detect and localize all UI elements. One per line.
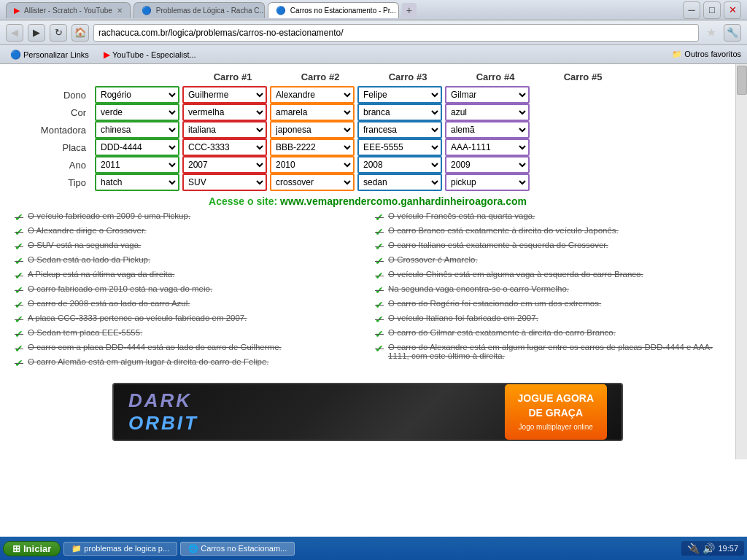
label-cor: Cor (15, 107, 95, 118)
label-tipo: Tipo (15, 177, 95, 188)
tab-youtube-label: Allister - Scratch - YouTube (24, 7, 112, 15)
bookmarks-bar: 🔵 Personalizar Links ▶ YouTube - Especia… (0, 45, 747, 64)
tipo-select-4[interactable]: sedanhatchSUVcrossoverpickup (357, 174, 442, 191)
clue-text-r6: Na segunda vaga encontra-se o carro Verm… (388, 284, 569, 293)
clue-text-r3: O carro Italiano está exatamente à esque… (388, 241, 608, 249)
tab-youtube-close[interactable]: ✕ (117, 7, 123, 15)
clue-text-r4: O Crossover é Amarelo. (388, 255, 478, 264)
other-favorites-label: Outros favoritos (684, 50, 741, 58)
clue-text-2: O Alexandre dirige o Crossover. (28, 226, 146, 235)
check-icon-4: ✔ (15, 255, 23, 267)
cor-select-3[interactable]: amarelaverdevermelhabrancaazul (270, 104, 355, 121)
minimize-button[interactable]: ─ (683, 1, 700, 19)
montadora-select-5[interactable]: alemãchinesaitalianajaponesafrancesa (445, 121, 530, 139)
ad-banner[interactable]: DARKORBIT JOGUE AGORA DE GRAÇA Jogo mult… (112, 383, 623, 441)
ad-cta-line1: JOGUE AGORA (518, 392, 595, 406)
placa-select-4[interactable]: EEE-5555DDD-4444CCC-3333BBB-2222AAA-1111 (357, 139, 442, 156)
cor-select-2[interactable]: vermelhaverdeamarelabrancaazul (182, 104, 267, 121)
clues-section: ✔ O veículo fabricado em 2009 é uma Pick… (15, 211, 721, 372)
bookmark-youtube[interactable]: ▶ YouTube - Especialist... (99, 48, 201, 61)
bookmark-star[interactable]: ★ (703, 26, 719, 39)
montadora-select-1[interactable]: chinesaitalianajaponesafrancesaalemã (95, 121, 179, 139)
cor-select-1[interactable]: verdevermelhaamarelabrancaazul (95, 104, 179, 121)
tab-carros-label: Carros no Estacionamento - Pr... (290, 7, 396, 15)
forward-button[interactable]: ▶ (28, 24, 45, 42)
placa-select-5[interactable]: AAA-1111DDD-4444CCC-3333BBB-2222EEE-5555 (445, 139, 530, 156)
dono-select-2[interactable]: GuilhermeRogérioAlexandreFelipeGilmar (182, 86, 267, 104)
clue-right-9: ✔ O carro do Gilmar está exatamente à di… (375, 328, 721, 340)
tipo-select-2[interactable]: SUVhatchcrossoversedanpickup (182, 174, 267, 191)
clue-left-4: ✔ O Sedan está ao lado da Pickup. (15, 255, 360, 267)
bookmark-youtube-icon: ▶ (104, 50, 110, 60)
clue-text-4: O Sedan está ao lado da Pickup. (28, 255, 150, 264)
check-icon-6: ✔ (15, 284, 23, 296)
clues-left: ✔ O veículo fabricado em 2009 é uma Pick… (15, 211, 360, 372)
row-dono: Dono RogérioGuilhermeAlexandreFelipeGilm… (15, 86, 721, 104)
placa-select-3[interactable]: BBB-2222DDD-4444CCC-3333EEE-5555AAA-1111 (270, 139, 355, 156)
row-placa: Placa DDD-4444CCC-3333BBB-2222EEE-5555AA… (15, 139, 721, 156)
tipo-select-1[interactable]: hatchSUVcrossoversedanpickup (95, 174, 179, 191)
label-dono: Dono (15, 90, 95, 101)
ad-cta[interactable]: JOGUE AGORA DE GRAÇA Jogo multiplayer on… (505, 384, 608, 439)
clue-text-11: O carro Alemão está em algum lugar à dir… (28, 357, 268, 366)
clue-right-7: ✔ O carro do Rogério foi estacionado em … (375, 299, 721, 311)
new-tab-button[interactable]: + (402, 3, 417, 18)
cor-select-5[interactable]: azulverdevermelhaamarelabranca (445, 104, 530, 121)
bookmark-personalizar-icon: 🔵 (10, 50, 21, 60)
label-montadora: Montadora (15, 125, 95, 136)
clue-left-11: ✔ O carro Alemão está em algum lugar à d… (15, 357, 360, 369)
car-header-1: Carro #1 (189, 71, 276, 82)
maximize-button[interactable]: □ (703, 1, 721, 19)
label-ano: Ano (15, 160, 95, 171)
ano-select-3[interactable]: 20102007200820092011 (270, 156, 355, 174)
home-button[interactable]: 🏠 (71, 24, 89, 42)
scrollbar[interactable] (735, 64, 747, 459)
montadora-select-2[interactable]: italianachinesajaponesafrancesaalemã (182, 121, 267, 139)
tab-carros[interactable]: 🔵 Carros no Estacionamento - Pr... ✕ (268, 2, 399, 18)
clue-right-3: ✔ O carro Italiano está exatamente à esq… (375, 241, 721, 252)
tipo-select-3[interactable]: crossoverhatchSUVsedanpickup (270, 174, 355, 191)
tab-logica-icon: 🔵 (142, 6, 152, 15)
cor-cells: verdevermelhaamarelabrancaazul vermelhav… (95, 104, 530, 121)
montadora-select-4[interactable]: francesachinesaitalianajaponesaalemã (357, 121, 442, 139)
clue-left-2: ✔ O Alexandre dirige o Crossover. (15, 226, 360, 238)
placa-select-1[interactable]: DDD-4444CCC-3333BBB-2222EEE-5555AAA-1111 (95, 139, 179, 156)
address-bar[interactable] (93, 24, 699, 42)
check-icon-10: ✔ (15, 343, 23, 354)
bookmark-youtube-label: YouTube - Especialist... (112, 50, 196, 59)
dono-cell-2: GuilhermeRogérioAlexandreFelipeGilmar (182, 86, 267, 104)
ano-select-5[interactable]: 20092007200820102011 (445, 156, 530, 174)
clue-left-10: ✔ O carro com a placa DDD-4444 está ao l… (15, 343, 360, 354)
label-placa: Placa (15, 142, 95, 153)
dono-select-5[interactable]: GilmarRogérioGuilhermeAlexandreFelipe (445, 86, 530, 104)
close-button[interactable]: ✕ (724, 1, 741, 19)
ad-logo: DARKORBIT (128, 389, 198, 435)
clue-left-9: ✔ O Sedan tem placa EEE-5555. (15, 328, 360, 340)
dono-select-4[interactable]: FelipeRogérioGuilhermeAlexandreGilmar (357, 86, 442, 104)
dono-select-3[interactable]: AlexandreRogérioGuilhermeFelipeGilmar (270, 86, 355, 104)
scroll-thumb[interactable] (737, 66, 747, 95)
ano-select-2[interactable]: 20072008200920102011 (182, 156, 267, 174)
bookmarks-right: 📁 Outros favoritos (672, 50, 741, 59)
tab-logica[interactable]: 🔵 Problemas de Lógica - Racha C... ✕ (133, 2, 265, 18)
clue-right-8: ✔ O veículo Italiano foi fabricado em 20… (375, 314, 721, 325)
bookmark-personalizar[interactable]: 🔵 Personalizar Links (6, 48, 93, 61)
car-headers: Carro #1 Carro #2 Carro #3 Carro #4 Carr… (15, 71, 721, 82)
tools-button[interactable]: 🔧 (724, 24, 741, 42)
clue-right-5: ✔ O veículo Chinês está em alguma vaga à… (375, 270, 721, 281)
back-button[interactable]: ◀ (6, 24, 23, 42)
ano-select-4[interactable]: 20082007200920102011 (357, 156, 442, 174)
promo-url[interactable]: www.vemaprendercomo.ganhardinheiroagora.… (280, 195, 527, 207)
bookmark-personalizar-label: Personalizar Links (23, 50, 89, 59)
browser-body: Carro #1 Carro #2 Carro #3 Carro #4 Carr… (0, 64, 747, 459)
placa-select-2[interactable]: CCC-3333DDD-4444BBB-2222EEE-5555AAA-1111 (182, 139, 267, 156)
ad-cta-sub: Jogo multiplayer online (518, 422, 595, 432)
tab-youtube[interactable]: ▶ Allister - Scratch - YouTube ✕ (6, 2, 131, 18)
tipo-select-5[interactable]: pickuphatchSUVcrossoversedan (445, 174, 530, 191)
refresh-button[interactable]: ↻ (50, 24, 67, 42)
dono-select-1[interactable]: RogérioGuilhermeAlexandreFelipeGilmar (95, 86, 179, 104)
cor-select-4[interactable]: brancaverdevermelhaamarelaazul (357, 104, 442, 121)
ano-select-1[interactable]: 20112007200820092010 (95, 156, 179, 174)
montadora-select-3[interactable]: japonesachinesaitalianafrancesaalemã (270, 121, 355, 139)
check-icon-r6: ✔ (375, 284, 384, 296)
